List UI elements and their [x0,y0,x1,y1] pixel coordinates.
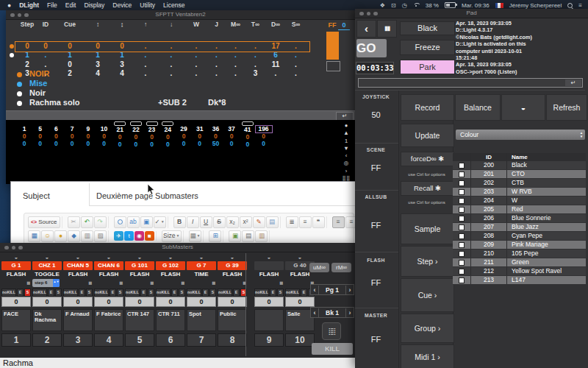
submaster-name[interactable]: FACE [1,309,31,331]
submaster-label[interactable]: G 1 [1,261,31,270]
toolbar-icon-button[interactable]: ▤ [266,216,279,228]
toolbar-icon-button[interactable]: ☺ [41,230,54,242]
submaster-mode[interactable]: FLASH [94,270,123,279]
toolbar-icon-button[interactable]: U [200,216,212,228]
toolbar-icon-button[interactable]: ✂ [68,216,80,228]
s-button[interactable]: S [179,289,185,297]
scene-checkbox[interactable] [453,250,470,258]
step-dropdown[interactable]: step 6▲▼ [32,279,60,287]
cue-name-row[interactable]: NOIR [6,69,335,79]
return-button[interactable]: ↵ [565,79,581,86]
submaster-label[interactable] [254,261,284,270]
s-button[interactable]: S [148,289,154,297]
pause-icon[interactable]: ▮▮ [119,280,122,285]
user-name[interactable]: Jérémy Scherpereel [509,2,562,9]
e-button[interactable]: E [202,289,209,297]
knob-icon[interactable]: ◒ [187,253,216,261]
bank-pager[interactable]: ‹ Bk 1 › [310,307,354,318]
force-d-button[interactable]: forceD∞ ✱ [401,152,454,166]
submaster-value[interactable]: 0 [63,297,93,307]
tool-icon[interactable]: 1 [340,138,352,145]
submaster-value[interactable]: 0 [254,297,284,307]
e-button[interactable]: E [270,289,276,297]
wifi-icon[interactable] [413,3,420,8]
submaster-label[interactable]: G 39 [218,261,247,270]
submaster-value[interactable]: 0 [94,297,123,307]
submaster-number-button[interactable]: 5 [125,333,154,347]
toolbar-icon-button[interactable]: x₂ [226,216,239,228]
knob-icon[interactable]: ◒ [63,253,93,261]
scene-row[interactable]: 202CTB [453,179,586,188]
submaster-number-button[interactable]: 1 [1,333,31,347]
pause-button[interactable]: ▮▮ [377,20,397,38]
record-button[interactable]: Record [401,94,454,121]
e-button[interactable]: E [171,289,178,297]
toolbar-icon-button[interactable]: I [187,216,199,228]
e-button[interactable]: E [110,289,116,297]
toolbar-icon-button[interactable]: ↶ [81,216,93,228]
scene-row[interactable]: 204W [453,197,586,205]
social-icon[interactable]: ✈ [114,231,123,241]
scene-checkbox[interactable] [453,223,470,231]
dropbox-icon[interactable]: ❖ [380,2,385,9]
go-button[interactable]: GO [356,39,387,57]
group-button[interactable]: Group › [401,314,454,343]
apple-menu-icon[interactable]: ● [7,1,11,9]
back-button[interactable]: ‹ [356,20,376,38]
channel-column[interactable]: 4100 [240,121,256,148]
cue-button[interactable]: Cue › [401,278,454,312]
window-controls[interactable] [4,246,23,250]
balance-button[interactable]: Balance [455,94,501,121]
channel-grid-tools[interactable]: ●▲1▼‹◎›⣿⣿ [340,122,352,183]
toolbar-icon-button[interactable]: ❝ [312,216,325,228]
s-button[interactable]: S [24,289,31,297]
submaster-label[interactable]: G 102 [156,261,185,270]
nokill-button[interactable]: noKILL [156,289,171,297]
e-button[interactable]: E [140,289,147,297]
submaster-mode[interactable]: TIME [187,270,216,279]
cue-row[interactable]: 1.111......6. [6,51,323,60]
submaster-name[interactable]: Spot [187,309,216,331]
toolbar-icon-button[interactable]: ✓▼ [154,216,166,228]
s-button[interactable]: S [277,289,284,297]
submaster-name[interactable]: CTR 711 [156,309,185,331]
scene-row[interactable]: 205Red [453,205,586,214]
channel-column[interactable]: 2300 [144,121,160,148]
menu-item-edit[interactable]: Edit [65,1,76,9]
submaster-name[interactable]: Dk Rachma [32,309,62,331]
park-button[interactable]: Park [400,60,455,74]
colour-dropdown[interactable]: Colour ▲▼ [456,130,585,140]
tool-icon[interactable]: ‹ [340,152,352,160]
step-button[interactable]: Step › [401,246,454,277]
toolbar-icon-button[interactable]: ab [127,216,140,228]
nokill-button[interactable]: noKILL [125,289,140,297]
submaster-mode[interactable]: FLASH [1,270,31,279]
toolbar-icon-button[interactable]: ◆ [68,230,80,242]
midi-button[interactable]: Midi 1 › [401,344,454,368]
cue-row[interactable]: 2.033......11. [6,60,323,69]
toolbar-icon-button[interactable]: ≣ [286,216,298,228]
pause-icon[interactable]: ▮▮ [26,280,29,285]
toolbar-icon-button[interactable]: x² [240,216,252,228]
scene-row[interactable]: 209Pink Mariage [453,241,586,250]
toolbar-icon-button[interactable]: ↷ [94,216,107,228]
channel-column[interactable]: 19600 [256,121,272,147]
toolbar-icon-button[interactable]: ▧ [94,230,107,242]
submaster-number-button[interactable]: 7 [187,333,216,347]
kill-button[interactable]: KILL [312,343,353,355]
scene-checkbox[interactable] [453,241,470,249]
channel-column[interactable]: 100 [16,121,32,147]
freeze-button[interactable]: Freeze [400,40,455,55]
toolbar-icon-button[interactable]: B [173,216,186,228]
scene-checkbox[interactable] [453,170,470,178]
menu-item-file[interactable]: File [47,1,57,9]
s-button[interactable]: S [117,289,123,297]
submaster-value[interactable]: 0 [285,297,315,307]
cue-name-row[interactable]: Rachma solo+SUB 2Dk*8 [6,98,335,107]
toolbar-icon-button[interactable]: ▣ [140,216,153,228]
social-icon[interactable]: ◉ [135,231,144,241]
social-icon[interactable]: ■ [145,231,154,241]
scene-checkbox[interactable] [453,232,470,240]
pause-icon[interactable]: ▮▮ [181,280,184,285]
submaster-label[interactable]: CHAN 5 [63,261,93,270]
